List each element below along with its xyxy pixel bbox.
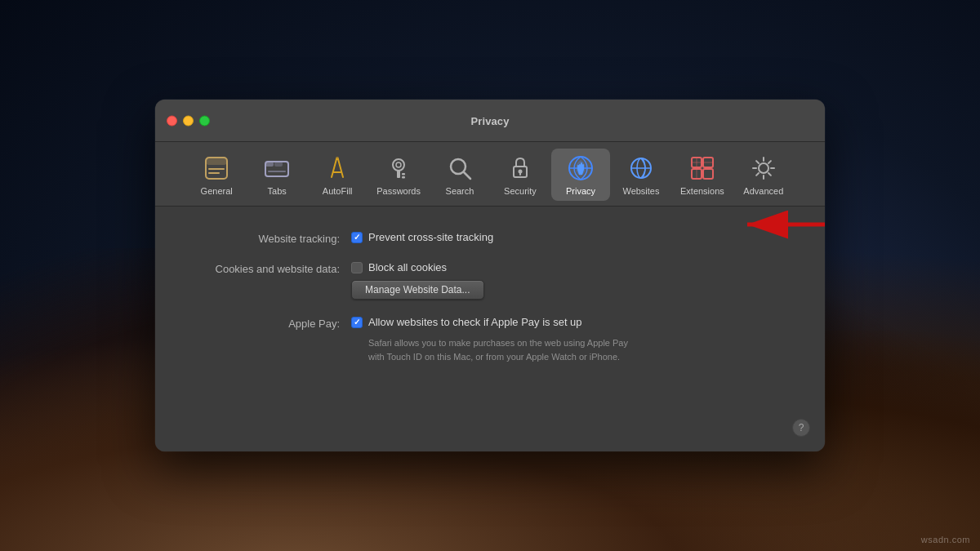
- tab-general-label: General: [201, 186, 233, 196]
- svg-rect-7: [268, 171, 286, 172]
- tab-autofill-label: AutoFill: [323, 186, 353, 196]
- svg-line-38: [756, 173, 759, 176]
- svg-line-35: [756, 161, 759, 163]
- apple-pay-checkbox-label: Allow websites to check if Apple Pay is …: [368, 316, 582, 328]
- svg-point-30: [759, 163, 768, 173]
- tab-privacy[interactable]: Privacy: [551, 149, 610, 201]
- svg-rect-10: [397, 170, 400, 178]
- svg-point-8: [336, 157, 339, 160]
- apple-pay-control: Allow websites to check if Apple Pay is …: [351, 316, 792, 363]
- cookies-control: Block all cookies Manage Website Data...: [351, 261, 792, 300]
- content-area: Website tracking: Prevent cross-site tra…: [155, 207, 825, 451]
- svg-rect-2: [208, 168, 225, 170]
- tab-search-label: Search: [446, 186, 474, 196]
- tab-advanced-label: Advanced: [743, 186, 783, 196]
- help-button[interactable]: ?: [792, 419, 810, 437]
- cookies-label: Cookies and website data:: [188, 261, 351, 275]
- websites-icon: [626, 153, 656, 183]
- watermark: wsadn.com: [921, 535, 970, 544]
- svg-rect-3: [208, 172, 220, 174]
- svg-rect-18: [519, 172, 521, 176]
- privacy-icon: [566, 153, 595, 183]
- minimize-button[interactable]: [183, 115, 194, 126]
- preferences-window: Privacy General: [155, 100, 825, 451]
- apple-pay-description: Safari allows you to make purchases on t…: [368, 336, 646, 363]
- tab-security-label: Security: [504, 186, 537, 196]
- svg-point-11: [396, 162, 401, 167]
- close-button[interactable]: [167, 115, 177, 126]
- block-cookies-checkbox[interactable]: [351, 262, 363, 273]
- traffic-lights: [167, 115, 210, 126]
- tab-extensions[interactable]: Extensions: [672, 149, 733, 201]
- apple-pay-row: Apple Pay: Allow websites to check if Ap…: [188, 316, 792, 363]
- manage-website-data-button[interactable]: Manage Website Data...: [351, 280, 484, 300]
- tabs-icon: [262, 153, 292, 183]
- window-title: Privacy: [471, 115, 510, 127]
- website-tracking-checkbox-row: Prevent cross-site tracking: [351, 231, 792, 243]
- svg-rect-12: [402, 173, 405, 176]
- autofill-icon: [323, 153, 352, 183]
- extensions-icon: [688, 153, 717, 183]
- svg-rect-5: [265, 162, 274, 167]
- red-arrow: [743, 210, 825, 239]
- tab-autofill[interactable]: AutoFill: [308, 149, 367, 201]
- svg-point-9: [393, 159, 404, 171]
- prevent-cross-site-checkbox[interactable]: [351, 232, 363, 243]
- search-icon: [445, 153, 474, 183]
- titlebar: Privacy: [155, 100, 825, 142]
- svg-rect-27: [703, 169, 713, 179]
- general-icon: [202, 153, 231, 183]
- svg-rect-6: [274, 162, 283, 167]
- tab-extensions-label: Extensions: [680, 186, 724, 196]
- passwords-icon: [384, 153, 413, 183]
- block-cookies-label: Block all cookies: [368, 261, 447, 273]
- tab-websites-label: Websites: [622, 186, 659, 196]
- tab-tabs[interactable]: Tabs: [247, 149, 306, 201]
- tab-search[interactable]: Search: [430, 149, 489, 201]
- svg-rect-13: [402, 176, 405, 179]
- svg-line-15: [464, 172, 470, 179]
- svg-line-37: [768, 161, 771, 163]
- advanced-icon: [749, 153, 778, 183]
- tab-passwords[interactable]: Passwords: [368, 149, 429, 201]
- cookies-checkbox-row: Block all cookies: [351, 261, 792, 273]
- security-icon: [506, 153, 535, 183]
- tab-security[interactable]: Security: [491, 149, 550, 201]
- tab-general[interactable]: General: [187, 149, 246, 201]
- prevent-cross-site-label: Prevent cross-site tracking: [368, 231, 493, 243]
- apple-pay-checkbox-row: Allow websites to check if Apple Pay is …: [351, 316, 792, 328]
- maximize-button[interactable]: [199, 115, 210, 126]
- svg-rect-1: [206, 158, 227, 165]
- tab-privacy-label: Privacy: [566, 186, 595, 196]
- svg-line-36: [768, 173, 771, 176]
- website-tracking-control: Prevent cross-site tracking: [351, 231, 792, 243]
- cookies-row: Cookies and website data: Block all cook…: [188, 261, 792, 300]
- website-tracking-row: Website tracking: Prevent cross-site tra…: [188, 231, 792, 245]
- apple-pay-checkbox[interactable]: [351, 317, 363, 328]
- tab-passwords-label: Passwords: [376, 186, 421, 196]
- website-tracking-label: Website tracking:: [188, 231, 351, 245]
- tab-tabs-label: Tabs: [268, 186, 287, 196]
- toolbar: General Tabs Au: [155, 142, 825, 207]
- apple-pay-label: Apple Pay:: [188, 316, 351, 330]
- tab-websites[interactable]: Websites: [612, 149, 670, 201]
- tab-advanced[interactable]: Advanced: [734, 149, 793, 201]
